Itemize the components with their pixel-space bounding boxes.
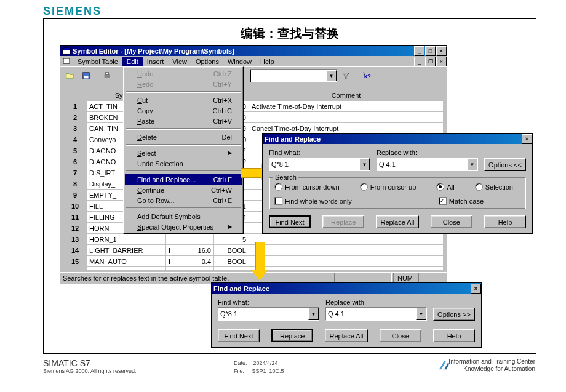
footer: SIMATIC S7 Siemens AG 2000. All rights r… <box>43 358 535 374</box>
svg-rect-2 <box>63 58 70 63</box>
fr1-title: Find and Replace <box>265 135 321 143</box>
table-row[interactable]: 2BROKEN2D <box>64 112 444 123</box>
replace-button[interactable]: Replace <box>322 215 364 228</box>
menu-item-delete[interactable]: DeleteDel <box>125 132 242 142</box>
menu-insert[interactable]: Insert <box>143 57 169 66</box>
fr2-title: Find and Replace <box>213 285 269 292</box>
app-icon <box>62 47 71 55</box>
slide-frame: 编辑：查找与替换 Symbol Editor - [My Project\My … <box>43 18 536 354</box>
table-row[interactable]: 13HORN_15 <box>64 234 444 245</box>
help-button[interactable]: k? <box>359 68 374 83</box>
menu-item-add-default-symbols[interactable]: Add Default Symbols <box>125 211 242 222</box>
menu-view[interactable]: View <box>168 57 191 66</box>
svg-rect-6 <box>105 73 108 75</box>
svg-rect-5 <box>105 74 110 78</box>
open-button[interactable] <box>63 68 78 83</box>
find-what-combo[interactable]: ▼ <box>269 158 370 171</box>
slide-title: 编辑：查找与替换 <box>44 25 536 42</box>
chevron-down-icon: ▼ <box>326 70 337 81</box>
svg-rect-1 <box>63 48 70 50</box>
chevron-down-icon: ▼ <box>308 308 319 320</box>
edit-menu[interactable]: UndoCtrl+ZRedoCtrl+YCutCtrl+XCopyCtrl+CP… <box>123 66 244 234</box>
check-match-case[interactable]: ✓Match case <box>439 197 484 205</box>
symbol-editor-titlebar[interactable]: Symbol Editor - [My Project\My Program\S… <box>60 46 447 56</box>
find-what-label: Find what: <box>269 149 370 156</box>
minimize-button[interactable]: _ <box>414 46 424 56</box>
fr2-replace-all-button[interactable]: Replace All <box>325 329 367 342</box>
find-next-button[interactable]: Find Next <box>269 215 311 228</box>
fr2-find-what-combo[interactable]: ▼ <box>218 307 319 321</box>
radio-cursor-up[interactable]: From cursor up <box>360 183 417 191</box>
table-row[interactable]: 3CAN_TIN29Cancel Time-of-Day Interrupt <box>64 123 444 134</box>
options-button[interactable]: Options << <box>484 158 526 171</box>
replace-with-label: Replace with: <box>377 149 478 156</box>
fr2-find-next-button[interactable]: Find Next <box>218 329 260 342</box>
filter-combo[interactable]: ▼ <box>250 69 337 82</box>
table-row[interactable]: 1ACT_TIN30Activate Time-of-Day Interrupt <box>64 101 444 112</box>
fr1-titlebar[interactable]: Find and Replace × <box>263 134 532 144</box>
menu-item-find-and-replace-[interactable]: Find and Replace...Ctrl+F <box>125 174 242 185</box>
mdi-restore-button[interactable]: ❐ <box>425 57 436 66</box>
menu-item-undo-selection[interactable]: Undo Selection <box>125 158 242 169</box>
menu-item-copy[interactable]: CopyCtrl+C <box>125 105 242 116</box>
maximize-button[interactable]: □ <box>425 46 436 56</box>
menu-window[interactable]: Window <box>223 57 256 66</box>
chevron-down-icon: ▼ <box>359 158 370 170</box>
radio-selection[interactable]: Selection <box>475 183 513 191</box>
col-comment[interactable]: Comment <box>249 90 444 101</box>
menu-item-redo: RedoCtrl+Y <box>125 79 242 89</box>
replace-all-button[interactable]: Replace All <box>376 215 418 228</box>
menubar[interactable]: Symbol Table Edit Insert View Options Wi… <box>71 56 413 66</box>
menu-item-paste[interactable]: PasteCtrl+V <box>125 116 242 126</box>
menu-item-continue[interactable]: ContinueCtrl+W <box>125 185 242 195</box>
fr2-find-what-input[interactable] <box>218 308 308 320</box>
save-button[interactable] <box>79 68 94 83</box>
fr2-help-dialog-button[interactable]: Help <box>433 329 475 342</box>
window-title: Symbol Editor - [My Project\My Program\S… <box>73 47 234 55</box>
menu-help[interactable]: Help <box>256 57 279 66</box>
svg-rect-4 <box>84 76 89 79</box>
fr2-close-dialog-button[interactable]: Close <box>380 329 421 342</box>
menu-item-go-to-row-[interactable]: Go to Row...Ctrl+E <box>125 195 242 206</box>
footer-right: Information and Training CenterKnowledge… <box>448 358 535 373</box>
fr2-close-button[interactable]: × <box>471 284 481 294</box>
radio-cursor-down[interactable]: From cursor down <box>274 183 340 191</box>
find-replace-dialog-collapsed: Find and Replace × Find what: ▼ Replace … <box>211 282 482 348</box>
fr2-options-button[interactable]: Options >> <box>433 308 475 321</box>
close-dialog-button[interactable]: Close <box>431 215 472 228</box>
mdi-minimize-button[interactable]: _ <box>414 57 424 66</box>
help-dialog-button[interactable]: Help <box>484 215 526 228</box>
menu-options[interactable]: Options <box>191 57 223 66</box>
chevron-down-icon: ▼ <box>467 158 477 170</box>
replace-with-input[interactable] <box>377 158 467 170</box>
mdi-close-button[interactable]: × <box>436 57 447 66</box>
chevron-down-icon: ▼ <box>416 308 426 320</box>
fr2-replace-with-input[interactable] <box>326 308 416 320</box>
print-button[interactable] <box>100 68 114 83</box>
brand-label: SIEMENS <box>43 5 102 18</box>
fr2-replace-with-label: Replace with: <box>325 298 427 306</box>
toolbar: ✂ ⧉ 📋 ▼ k? <box>60 66 447 84</box>
menu-item-cut[interactable]: CutCtrl+X <box>125 95 242 105</box>
filter-button[interactable] <box>338 68 353 83</box>
fr2-titlebar[interactable]: Find and Replace × <box>212 283 481 294</box>
menu-symbol-table[interactable]: Symbol Table <box>73 57 122 66</box>
check-whole-words[interactable]: Find whole words only <box>274 197 352 205</box>
menu-edit[interactable]: Edit <box>122 57 143 66</box>
fr1-close-button[interactable]: × <box>522 134 532 144</box>
fr2-find-what-label: Find what: <box>218 298 319 306</box>
status-text: Searches for or replaces text in the act… <box>63 274 229 282</box>
menu-item-undo: UndoCtrl+Z <box>125 68 242 79</box>
fr2-replace-button[interactable]: Replace <box>271 329 313 342</box>
close-button[interactable]: × <box>436 46 447 56</box>
table-row[interactable]: 14LIGHT_BARRIERI16.0BOOL <box>64 245 444 256</box>
replace-with-combo[interactable]: ▼ <box>377 158 478 171</box>
radio-all[interactable]: All <box>436 183 454 191</box>
find-what-input[interactable] <box>269 158 359 170</box>
fr2-replace-with-combo[interactable]: ▼ <box>325 307 427 321</box>
search-group-label: Search <box>273 174 298 181</box>
table-row[interactable]: 15MAN_AUTOI0.4BOOL <box>64 256 444 267</box>
mdi-child-icon <box>62 57 71 66</box>
menu-item-select[interactable]: Select▶ <box>125 148 242 158</box>
menu-item-special-object-properties[interactable]: Special Object Properties▶ <box>125 222 242 232</box>
